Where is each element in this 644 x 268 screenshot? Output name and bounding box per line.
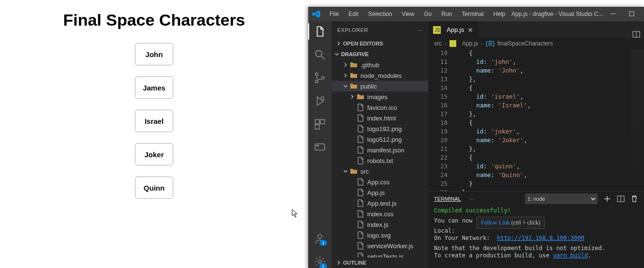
debug-icon[interactable]	[314, 95, 326, 107]
menu-help[interactable]: Help	[490, 9, 509, 19]
list-item[interactable]: Quinn	[135, 177, 173, 199]
terminal-output[interactable]: Compiled successfully! You can now view …	[428, 206, 644, 268]
menu-file[interactable]: File	[326, 9, 343, 19]
chevron-right-icon: ›	[445, 40, 447, 47]
section-label: DRAGFIVE	[341, 51, 369, 57]
browser-tab-strip	[308, 0, 644, 7]
section-label: OPEN EDITORS	[343, 41, 383, 46]
more-icon[interactable]: ···	[417, 27, 422, 33]
svg-rect-10	[315, 125, 319, 129]
file-row[interactable]: App.css	[331, 177, 428, 187]
more-icon[interactable]: ···	[470, 196, 474, 202]
split-terminal-icon[interactable]	[617, 195, 625, 203]
crumb-file[interactable]: App.js	[462, 40, 478, 47]
section-label: OUTLINE	[343, 260, 366, 266]
file-row[interactable]: index.html	[331, 113, 428, 123]
code-editor[interactable]: 1011121314151617181920212223242526272829…	[428, 49, 644, 191]
sidebar-title: EXPLORER	[337, 27, 368, 33]
folder-row[interactable]: public	[331, 81, 428, 91]
term-line: Note that the development build is not o…	[434, 245, 638, 252]
character-list: John James Israel Joker Quinn	[0, 43, 308, 199]
terminal-link[interactable]: http://192.168.8.100:3000	[497, 235, 584, 241]
js-icon: JS	[433, 26, 441, 34]
tab-label: App.js	[447, 26, 464, 33]
file-row[interactable]: manifest.json	[331, 145, 428, 155]
gear-icon[interactable]: 1	[314, 255, 326, 268]
close-icon[interactable]	[467, 27, 474, 33]
term-line: On Your Network: http://192.168.8.100:30…	[434, 235, 638, 242]
svg-line-3	[321, 56, 325, 60]
list-item[interactable]: John	[135, 43, 173, 65]
folder-section[interactable]: DRAGFIVE	[331, 49, 428, 60]
remote-icon[interactable]	[314, 141, 326, 154]
file-row[interactable]: serviceWorker.js	[331, 240, 428, 251]
menu-selection[interactable]: Selection	[364, 9, 396, 19]
breadcrumb[interactable]: src › App.js › [☰] finalSpaceCharacters	[428, 38, 644, 49]
list-item[interactable]: Joker	[135, 143, 173, 165]
file-row[interactable]: App.js	[331, 187, 428, 198]
extensions-icon[interactable]	[314, 118, 326, 131]
js-icon	[449, 40, 456, 47]
svg-rect-19	[449, 40, 456, 47]
activity-bar: 1 1	[308, 21, 331, 268]
terminal-select[interactable]: 1: node	[525, 194, 598, 204]
file-row[interactable]: App.test.js	[331, 198, 428, 208]
term-line: Compiled successfully!	[434, 207, 638, 214]
file-row[interactable]: robots.txt	[331, 155, 428, 166]
crumb-symbol[interactable]: finalSpaceCharacters	[497, 40, 553, 47]
svg-point-7	[321, 97, 324, 100]
folder-row[interactable]: node_modules	[331, 70, 428, 81]
react-app-preview: Final Space Characters John James Israel…	[0, 0, 308, 268]
terminal-tab[interactable]: TERMINAL	[434, 196, 461, 202]
menu-terminal[interactable]: Terminal	[458, 9, 487, 19]
svg-rect-8	[315, 119, 319, 124]
svg-rect-0	[611, 14, 615, 14]
open-editors-section[interactable]: OPEN EDITORS	[331, 38, 428, 49]
tab-app-js[interactable]: JS App.js	[428, 21, 479, 38]
cursor-icon	[292, 209, 299, 219]
file-row[interactable]: index.js	[331, 219, 428, 230]
svg-rect-9	[320, 119, 325, 124]
outline-section[interactable]: OUTLINE	[331, 257, 428, 268]
symbol-icon: [☰]	[486, 40, 494, 47]
window-title: App.js - dragfive - Visual Studio C...	[511, 11, 603, 17]
search-icon[interactable]	[314, 48, 326, 61]
crumb-src[interactable]: src	[434, 40, 442, 47]
term-line: To create a production build, use yarn b…	[434, 252, 638, 259]
accounts-icon[interactable]: 1	[314, 232, 326, 245]
menu-edit[interactable]: Edit	[344, 9, 362, 19]
maximize-button[interactable]	[624, 7, 640, 21]
page-title: Final Space Characters	[0, 11, 308, 30]
source-control-icon[interactable]	[314, 72, 326, 84]
explorer-sidebar: EXPLORER ··· OPEN EDITORS DRAGFIVE .gith…	[331, 21, 428, 268]
folder-row[interactable]: images	[331, 91, 428, 102]
menu-go[interactable]: Go	[420, 9, 435, 19]
list-item[interactable]: Israel	[135, 110, 173, 132]
file-row[interactable]: logo512.png	[331, 134, 428, 145]
menu-view[interactable]: View	[398, 9, 418, 19]
split-editor-icon[interactable]	[632, 30, 640, 38]
file-row[interactable]: logo192.png	[331, 123, 428, 134]
menu-run[interactable]: Run	[437, 9, 456, 19]
list-item[interactable]: James	[135, 76, 173, 99]
svg-point-13	[318, 234, 322, 238]
minimize-button[interactable]	[605, 7, 622, 21]
minimap[interactable]	[631, 49, 644, 191]
menubar: File Edit Selection View Go Run Terminal…	[308, 7, 644, 21]
folder-row[interactable]: src	[331, 166, 428, 177]
badge: 1	[319, 263, 327, 268]
new-terminal-icon[interactable]	[603, 195, 611, 203]
svg-rect-1	[629, 12, 634, 16]
folder-row[interactable]: .github	[331, 60, 428, 70]
svg-point-4	[315, 73, 318, 75]
file-row[interactable]: logo.svg	[331, 230, 428, 240]
editor-area: JS App.js src › App.js › [☰] finalSpaceC…	[428, 21, 644, 268]
file-tree: .githubnode_modulespublicimagesfavicon.i…	[331, 60, 428, 257]
explorer-icon[interactable]	[314, 25, 326, 38]
trash-icon[interactable]	[630, 195, 638, 203]
file-row[interactable]: setupTests.is	[331, 251, 428, 257]
file-row[interactable]: favicon.ico	[331, 102, 428, 113]
file-row[interactable]: index.css	[331, 208, 428, 219]
vscode-logo-icon	[312, 10, 321, 18]
chevron-right-icon: ›	[481, 40, 483, 47]
